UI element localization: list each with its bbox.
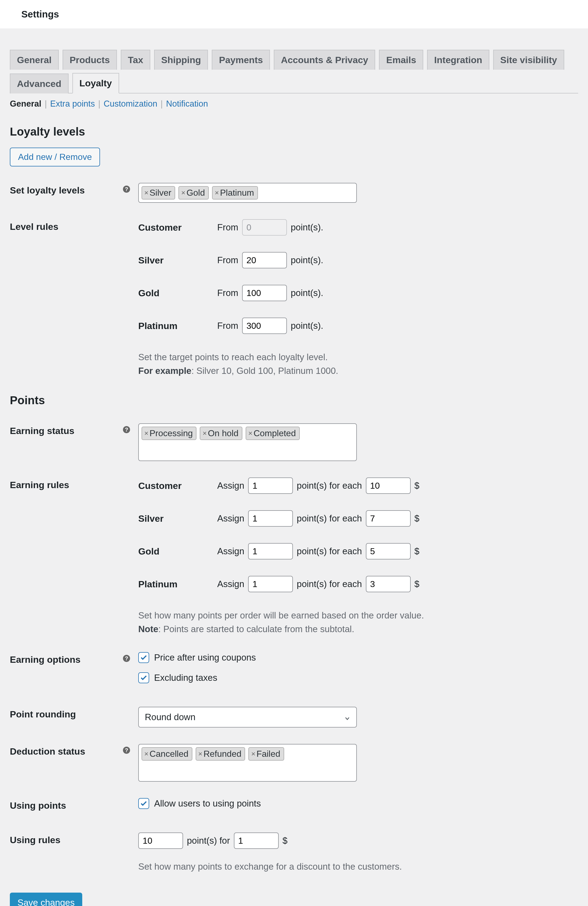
- label-deduction-status: Deduction status ?: [10, 744, 138, 757]
- remove-icon[interactable]: ×: [198, 750, 202, 758]
- help-icon[interactable]: ?: [123, 426, 130, 433]
- remove-icon[interactable]: ×: [144, 188, 148, 197]
- subnav-customization[interactable]: Customization: [104, 99, 157, 109]
- checkbox-excluding-taxes[interactable]: [138, 672, 149, 683]
- remove-icon[interactable]: ×: [251, 750, 255, 758]
- level-rule-gold: Gold From point(s).: [138, 285, 578, 301]
- checkbox-price-after-coupons[interactable]: [138, 652, 149, 663]
- tab-products[interactable]: Products: [62, 50, 117, 70]
- row-point-rounding: Point rounding Round down: [10, 707, 578, 727]
- add-remove-button[interactable]: Add new / Remove: [10, 148, 100, 166]
- per-each-text: point(s) for each: [297, 513, 362, 524]
- remove-icon[interactable]: ×: [249, 429, 252, 437]
- label-earning-status: Earning status ?: [10, 423, 138, 436]
- section-loyalty-levels: Loyalty levels: [10, 125, 578, 138]
- row-earning-status: Earning status ? ×Processing ×On hold ×C…: [10, 423, 578, 461]
- tab-emails[interactable]: Emails: [379, 50, 423, 70]
- point-rounding-select[interactable]: Round down: [138, 707, 357, 727]
- help-icon[interactable]: ?: [123, 746, 130, 754]
- subnav: General | Extra points | Customization |…: [10, 99, 578, 109]
- points-text: point(s).: [291, 288, 323, 298]
- currency-text: $: [414, 546, 419, 557]
- checkbox-excluding-taxes-row: Excluding taxes: [138, 672, 578, 683]
- assign-text: Assign: [217, 480, 244, 491]
- separator: |: [45, 99, 47, 109]
- from-text: From: [217, 255, 238, 265]
- topbar: Settings: [0, 0, 588, 29]
- tab-loyalty[interactable]: Loyalty: [72, 73, 119, 94]
- earn-platinum-per[interactable]: [366, 576, 411, 592]
- row-deduction-status: Deduction status ? ×Cancelled ×Refunded …: [10, 744, 578, 782]
- earn-customer-points[interactable]: [248, 477, 293, 494]
- check-icon: [140, 674, 148, 682]
- tab-accounts-privacy[interactable]: Accounts & Privacy: [274, 50, 375, 70]
- assign-text: Assign: [217, 513, 244, 524]
- label-earning-options: Earning options ?: [10, 652, 138, 665]
- earn-rule-gold: Gold Assign point(s) for each $: [138, 543, 578, 560]
- remove-icon[interactable]: ×: [202, 429, 207, 437]
- using-amount-input[interactable]: [234, 833, 279, 849]
- points-text: point(s).: [291, 255, 323, 265]
- help-icon[interactable]: ?: [123, 185, 130, 193]
- checkbox-allow-using-points[interactable]: [138, 798, 149, 809]
- check-icon: [140, 654, 148, 661]
- earn-rule-silver: Silver Assign point(s) for each $: [138, 510, 578, 526]
- rule-name: Platinum: [138, 321, 214, 331]
- earn-gold-points[interactable]: [248, 543, 293, 560]
- points-text: point(s).: [291, 222, 323, 233]
- per-each-text: point(s) for each: [297, 480, 362, 491]
- remove-icon[interactable]: ×: [144, 429, 148, 437]
- rule-name: Gold: [138, 288, 214, 298]
- chevron-down-icon: [344, 716, 350, 721]
- help-icon[interactable]: ?: [123, 655, 130, 662]
- separator: |: [161, 99, 163, 109]
- tab-shipping[interactable]: Shipping: [154, 50, 208, 70]
- tab-general[interactable]: General: [10, 50, 59, 70]
- checkbox-allow-using-points-row: Allow users to using points: [138, 798, 578, 809]
- level-help-1: Set the target points to reach each loya…: [138, 350, 578, 364]
- using-points-input[interactable]: [138, 833, 183, 849]
- level-rule-silver: Silver From point(s).: [138, 252, 578, 268]
- page-title: Settings: [21, 9, 567, 20]
- subnav-extra-points[interactable]: Extra points: [50, 99, 95, 109]
- earn-customer-per[interactable]: [366, 477, 411, 494]
- tag-cancelled: ×Cancelled: [142, 747, 192, 761]
- currency-text: $: [414, 480, 419, 491]
- loyalty-levels-input[interactable]: ×Silver ×Gold ×Platinum: [138, 183, 357, 203]
- row-using-points: Using points Allow users to using points: [10, 798, 578, 816]
- tab-advanced[interactable]: Advanced: [10, 73, 69, 94]
- earn-platinum-points[interactable]: [248, 576, 293, 592]
- earn-silver-points[interactable]: [248, 510, 293, 526]
- section-points: Points: [10, 394, 578, 407]
- label-earning-rules: Earning rules: [10, 477, 138, 490]
- per-each-text: point(s) for each: [297, 579, 362, 589]
- tab-integration[interactable]: Integration: [427, 50, 489, 70]
- points-for-text: point(s) for: [187, 836, 230, 846]
- remove-icon[interactable]: ×: [144, 750, 148, 758]
- earning-status-input[interactable]: ×Processing ×On hold ×Completed: [138, 423, 357, 461]
- earn-rule-customer: Customer Assign point(s) for each $: [138, 477, 578, 494]
- tag-gold: ×Gold: [178, 186, 209, 199]
- select-value: Round down: [145, 712, 195, 723]
- nav-tabs: General Products Tax Shipping Payments A…: [10, 50, 578, 94]
- tab-site-visibility[interactable]: Site visibility: [493, 50, 564, 70]
- deduction-status-input[interactable]: ×Cancelled ×Refunded ×Failed: [138, 744, 357, 782]
- tab-tax[interactable]: Tax: [121, 50, 150, 70]
- earn-gold-per[interactable]: [366, 543, 411, 560]
- remove-icon[interactable]: ×: [181, 188, 185, 197]
- row-set-loyalty-levels: Set loyalty levels ? ×Silver ×Gold ×Plat…: [10, 183, 578, 203]
- from-text: From: [217, 222, 238, 233]
- remove-icon[interactable]: ×: [215, 188, 219, 197]
- level-help-2: For example: Silver 10, Gold 100, Platin…: [138, 364, 578, 378]
- earn-silver-per[interactable]: [366, 510, 411, 526]
- level-silver-input[interactable]: [242, 252, 287, 268]
- level-platinum-input[interactable]: [242, 317, 287, 334]
- tab-payments[interactable]: Payments: [212, 50, 270, 70]
- save-changes-button[interactable]: Save changes: [10, 893, 82, 906]
- rule-name: Customer: [138, 480, 214, 491]
- level-gold-input[interactable]: [242, 285, 287, 301]
- level-customer-input: [242, 219, 287, 236]
- subnav-notification[interactable]: Notification: [166, 99, 208, 109]
- tag-refunded: ×Refunded: [196, 747, 245, 761]
- row-using-rules: Using rules point(s) for $ Set how many …: [10, 833, 578, 874]
